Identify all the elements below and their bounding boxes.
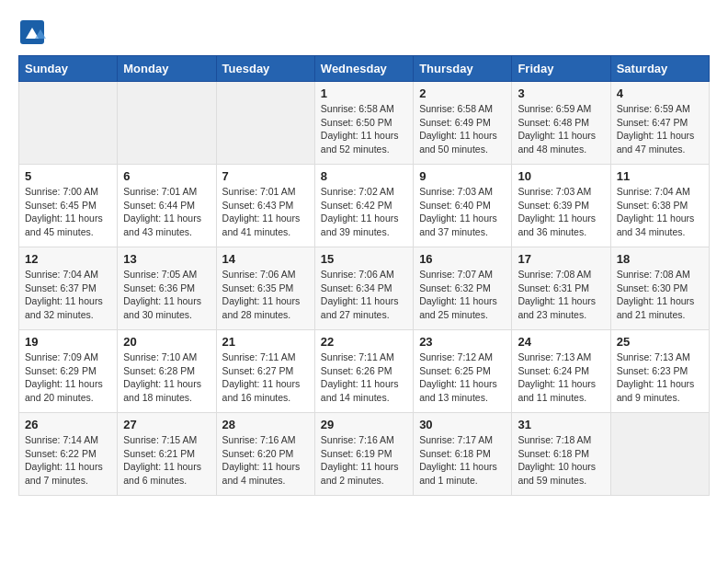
calendar-cell [118,82,216,165]
day-info: Sunrise: 7:04 AMSunset: 6:38 PMDaylight:… [617,185,703,239]
calendar-cell: 11Sunrise: 7:04 AMSunset: 6:38 PMDayligh… [610,165,709,247]
calendar-cell: 22Sunrise: 7:11 AMSunset: 6:26 PMDayligh… [314,330,413,413]
calendar-cell: 4Sunrise: 6:59 AMSunset: 6:47 PMDaylight… [610,82,709,165]
day-number: 3 [518,86,604,100]
calendar-cell: 9Sunrise: 7:03 AMSunset: 6:40 PMDaylight… [414,165,512,247]
day-info: Sunrise: 7:11 AMSunset: 6:27 PMDaylight:… [222,350,309,405]
calendar-cell: 7Sunrise: 7:01 AMSunset: 6:43 PMDaylight… [216,165,314,247]
day-number: 6 [123,169,210,183]
day-number: 11 [617,169,703,183]
calendar-cell: 3Sunrise: 6:59 AMSunset: 6:48 PMDaylight… [512,82,610,165]
day-info: Sunrise: 7:03 AMSunset: 6:39 PMDaylight:… [518,185,604,239]
day-number: 18 [617,252,703,266]
logo-icon [18,18,46,46]
day-of-week-header: Friday [512,56,610,82]
calendar-cell: 16Sunrise: 7:07 AMSunset: 6:32 PMDayligh… [414,247,512,330]
calendar-header-row: SundayMondayTuesdayWednesdayThursdayFrid… [19,56,710,82]
day-info: Sunrise: 6:58 AMSunset: 6:49 PMDaylight:… [419,102,506,156]
day-info: Sunrise: 7:01 AMSunset: 6:43 PMDaylight:… [222,185,309,239]
day-number: 27 [123,418,210,431]
calendar-cell [19,82,118,165]
day-number: 25 [617,335,703,349]
day-info: Sunrise: 7:10 AMSunset: 6:28 PMDaylight:… [123,350,210,405]
day-number: 9 [419,169,506,183]
day-number: 17 [518,252,604,266]
day-number: 14 [222,252,309,266]
day-info: Sunrise: 7:03 AMSunset: 6:40 PMDaylight:… [419,185,506,239]
day-info: Sunrise: 7:12 AMSunset: 6:25 PMDaylight:… [419,350,506,405]
day-number: 1 [321,86,407,100]
day-of-week-header: Monday [118,56,216,82]
calendar-week-row: 1Sunrise: 6:58 AMSunset: 6:50 PMDaylight… [19,82,710,165]
calendar-cell: 13Sunrise: 7:05 AMSunset: 6:36 PMDayligh… [118,247,216,330]
calendar-cell: 25Sunrise: 7:13 AMSunset: 6:23 PMDayligh… [610,330,709,413]
day-info: Sunrise: 7:02 AMSunset: 6:42 PMDaylight:… [321,185,407,239]
calendar-cell: 12Sunrise: 7:04 AMSunset: 6:37 PMDayligh… [19,247,118,330]
day-info: Sunrise: 7:01 AMSunset: 6:44 PMDaylight:… [123,185,210,239]
day-info: Sunrise: 7:08 AMSunset: 6:31 PMDaylight:… [518,268,604,322]
day-number: 24 [518,335,604,349]
day-info: Sunrise: 7:11 AMSunset: 6:26 PMDaylight:… [321,350,407,405]
day-info: Sunrise: 7:15 AMSunset: 6:21 PMDaylight:… [123,433,210,488]
day-number: 8 [321,169,407,183]
day-number: 15 [321,252,407,266]
calendar-cell [610,413,709,496]
day-info: Sunrise: 7:00 AMSunset: 6:45 PMDaylight:… [25,185,111,239]
day-number: 31 [518,418,604,431]
day-info: Sunrise: 7:13 AMSunset: 6:23 PMDaylight:… [617,350,703,405]
calendar-cell: 19Sunrise: 7:09 AMSunset: 6:29 PMDayligh… [19,330,118,413]
day-number: 10 [518,169,604,183]
day-number: 12 [25,252,111,266]
calendar-cell: 17Sunrise: 7:08 AMSunset: 6:31 PMDayligh… [512,247,610,330]
day-info: Sunrise: 6:58 AMSunset: 6:50 PMDaylight:… [321,102,407,156]
day-info: Sunrise: 7:09 AMSunset: 6:29 PMDaylight:… [25,350,111,405]
calendar-cell: 30Sunrise: 7:17 AMSunset: 6:18 PMDayligh… [414,413,512,496]
day-info: Sunrise: 7:08 AMSunset: 6:30 PMDaylight:… [617,268,703,322]
day-number: 29 [321,418,407,431]
calendar-week-row: 26Sunrise: 7:14 AMSunset: 6:22 PMDayligh… [19,413,710,496]
calendar-week-row: 12Sunrise: 7:04 AMSunset: 6:37 PMDayligh… [19,247,710,330]
day-info: Sunrise: 7:04 AMSunset: 6:37 PMDaylight:… [25,268,111,322]
logo [18,18,50,46]
calendar-week-row: 19Sunrise: 7:09 AMSunset: 6:29 PMDayligh… [19,330,710,413]
day-number: 16 [419,252,506,266]
calendar-cell: 29Sunrise: 7:16 AMSunset: 6:19 PMDayligh… [314,413,413,496]
day-number: 19 [25,335,111,349]
calendar-cell: 5Sunrise: 7:00 AMSunset: 6:45 PMDaylight… [19,165,118,247]
calendar-week-row: 5Sunrise: 7:00 AMSunset: 6:45 PMDaylight… [19,165,710,247]
day-of-week-header: Wednesday [314,56,413,82]
day-number: 23 [419,335,506,349]
calendar-cell: 6Sunrise: 7:01 AMSunset: 6:44 PMDaylight… [118,165,216,247]
day-number: 26 [25,418,111,431]
calendar-cell: 14Sunrise: 7:06 AMSunset: 6:35 PMDayligh… [216,247,314,330]
calendar-cell: 8Sunrise: 7:02 AMSunset: 6:42 PMDaylight… [314,165,413,247]
day-info: Sunrise: 7:14 AMSunset: 6:22 PMDaylight:… [25,433,111,488]
calendar-table: SundayMondayTuesdayWednesdayThursdayFrid… [18,55,710,496]
calendar-cell: 31Sunrise: 7:18 AMSunset: 6:18 PMDayligh… [512,413,610,496]
page-header [18,18,710,46]
calendar-cell: 26Sunrise: 7:14 AMSunset: 6:22 PMDayligh… [19,413,118,496]
calendar-cell: 20Sunrise: 7:10 AMSunset: 6:28 PMDayligh… [118,330,216,413]
day-info: Sunrise: 7:05 AMSunset: 6:36 PMDaylight:… [123,268,210,322]
day-info: Sunrise: 7:16 AMSunset: 6:20 PMDaylight:… [222,433,309,488]
day-info: Sunrise: 7:07 AMSunset: 6:32 PMDaylight:… [419,268,506,322]
calendar-cell: 23Sunrise: 7:12 AMSunset: 6:25 PMDayligh… [414,330,512,413]
calendar-cell: 1Sunrise: 6:58 AMSunset: 6:50 PMDaylight… [314,82,413,165]
day-number: 2 [419,86,506,100]
calendar-cell: 21Sunrise: 7:11 AMSunset: 6:27 PMDayligh… [216,330,314,413]
calendar-cell: 18Sunrise: 7:08 AMSunset: 6:30 PMDayligh… [610,247,709,330]
day-number: 4 [617,86,703,100]
day-of-week-header: Sunday [19,56,118,82]
day-number: 21 [222,335,309,349]
calendar-cell: 10Sunrise: 7:03 AMSunset: 6:39 PMDayligh… [512,165,610,247]
day-info: Sunrise: 7:06 AMSunset: 6:35 PMDaylight:… [222,268,309,322]
day-number: 20 [123,335,210,349]
day-info: Sunrise: 7:17 AMSunset: 6:18 PMDaylight:… [419,433,506,488]
day-number: 30 [419,418,506,431]
calendar-cell: 24Sunrise: 7:13 AMSunset: 6:24 PMDayligh… [512,330,610,413]
calendar-cell: 15Sunrise: 7:06 AMSunset: 6:34 PMDayligh… [314,247,413,330]
day-number: 28 [222,418,309,431]
day-number: 22 [321,335,407,349]
day-number: 7 [222,169,309,183]
calendar-cell: 27Sunrise: 7:15 AMSunset: 6:21 PMDayligh… [118,413,216,496]
